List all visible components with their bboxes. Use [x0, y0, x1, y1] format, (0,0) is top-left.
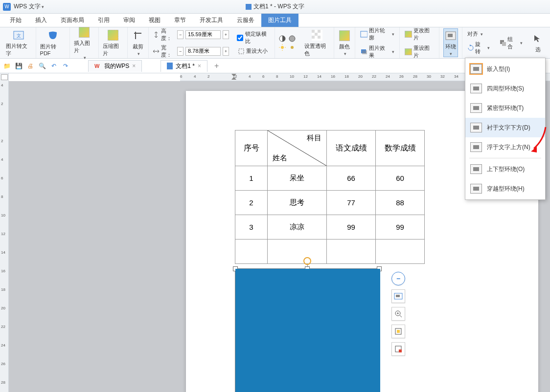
wrap-option-4[interactable]: 浮于文字上方(N) [465, 137, 545, 157]
align-button[interactable]: 对齐 [466, 30, 484, 38]
menu-tab-6[interactable]: 章节 [167, 14, 193, 27]
reset-image-button[interactable]: 重设图片 [404, 44, 435, 60]
width-decrease[interactable]: − [177, 47, 183, 56]
wrap-option-2[interactable]: 紧密型环绕(T) [465, 98, 545, 118]
empty-cell[interactable] [327, 240, 376, 264]
table-cell[interactable]: 77 [327, 191, 376, 215]
wrap-button[interactable]: 环绕 [443, 28, 458, 57]
wrap-option-5[interactable]: 上下型环绕(O) [465, 159, 545, 179]
menu-tab-7[interactable]: 开发工具 [193, 14, 230, 27]
rotate-button[interactable]: 旋转 [466, 40, 491, 56]
menu-tab-5[interactable]: 视图 [142, 14, 167, 27]
table-cell[interactable]: 88 [376, 191, 425, 215]
app-title[interactable]: WPS 文字 [14, 2, 44, 11]
redo-icon[interactable]: ↷ [62, 62, 69, 70]
header-diagonal[interactable]: 科目 姓名 [268, 131, 327, 166]
empty-cell[interactable] [268, 240, 327, 264]
menu-tab-4[interactable]: 审阅 [116, 14, 142, 27]
brightness-down-icon[interactable] [289, 44, 297, 51]
table-cell[interactable]: 66 [327, 166, 376, 191]
ruler-tick: 24 [1, 343, 5, 348]
new-tab-button[interactable]: + [214, 62, 219, 70]
img-to-pdf-button[interactable]: 图片转PDF [40, 29, 66, 56]
compress-image-button[interactable]: 压缩图片 [103, 29, 123, 57]
reset-size-button[interactable]: 重设大小 [237, 47, 269, 55]
close-icon[interactable]: × [198, 63, 201, 69]
menu-tab-1[interactable]: 插入 [28, 14, 54, 27]
layout-button[interactable] [391, 289, 405, 303]
menu-tab-9[interactable]: 图片工具 [261, 14, 298, 27]
image-icon [405, 48, 412, 55]
wrap-option-label: 浮于文字上方(N) [487, 143, 530, 152]
zoom-button[interactable] [391, 307, 405, 321]
change-image-button[interactable]: 更改图片 [404, 26, 435, 42]
document-table[interactable]: 序号 科目 姓名 语文成绩 数学成绩 1呆坐66602思考77883凉凉9999 [235, 130, 425, 264]
preview-icon[interactable]: 🔍 [38, 62, 46, 70]
image-icon [405, 31, 412, 38]
wrap-option-label: 上下型环绕(O) [487, 165, 525, 174]
wrap-option-3[interactable]: 衬于文字下方(D) [465, 118, 545, 137]
table-cell[interactable]: 99 [327, 215, 376, 240]
undo-icon[interactable]: ↶ [50, 62, 58, 70]
img-to-text-button[interactable]: 文 图片转文字 [6, 29, 32, 57]
rotate-handle[interactable] [303, 257, 311, 265]
label: 重设大小 [246, 47, 268, 55]
print-icon[interactable]: 🖨 [26, 62, 34, 70]
width-increase[interactable]: + [223, 47, 229, 56]
vertical-ruler[interactable]: 42246810121416182022242628 [0, 73, 9, 392]
outline-button[interactable]: 图片轮廓 [359, 26, 395, 42]
header-col2[interactable]: 语文成绩 [327, 131, 376, 166]
table-cell[interactable]: 凉凉 [268, 215, 327, 240]
wps-home-tab[interactable]: W 我的WPS × [88, 60, 142, 72]
table-cell[interactable]: 呆坐 [268, 166, 327, 191]
set-transparent-button[interactable]: 设置透明色 [304, 29, 330, 57]
document-title: 文档1 * - WPS 文字 [246, 2, 304, 11]
menu-tab-3[interactable]: 引用 [91, 14, 116, 27]
image-icon [79, 27, 90, 38]
menu-tab-2[interactable]: 页面布局 [54, 14, 91, 27]
color-button[interactable]: 颜色 [338, 29, 351, 56]
brightness-icon[interactable] [279, 44, 287, 51]
ruler-tick: 28 [413, 74, 417, 79]
save-icon[interactable]: 💾 [15, 62, 23, 70]
select-button[interactable]: 选 [531, 32, 544, 53]
ruler-tick: 2 [207, 74, 209, 79]
height-input[interactable] [185, 30, 221, 39]
empty-cell[interactable] [235, 240, 268, 264]
header-seq[interactable]: 序号 [235, 131, 268, 166]
effect-button[interactable]: 图片效果 [359, 44, 395, 60]
lock-ratio-checkbox[interactable] [237, 35, 243, 41]
table-cell[interactable]: 思考 [268, 191, 327, 215]
table-cell[interactable]: 1 [235, 166, 268, 191]
table-cell[interactable]: 60 [376, 166, 425, 191]
height-increase[interactable]: + [223, 30, 229, 39]
document-tab[interactable]: 文档1 * × [160, 60, 207, 72]
collapse-button[interactable]: − [391, 272, 405, 285]
insert-image-button[interactable]: 插入图片 [74, 26, 94, 60]
height-decrease[interactable]: − [177, 30, 183, 39]
contrast-icon[interactable] [279, 35, 287, 42]
menu-tab-0[interactable]: 开始 [3, 14, 28, 27]
width-input[interactable] [185, 47, 221, 56]
contrast-down-icon[interactable] [289, 35, 297, 42]
wrap-option-0[interactable]: 嵌入型(I) [465, 59, 545, 79]
close-icon[interactable]: × [132, 63, 136, 69]
open-icon[interactable]: 📁 [3, 62, 11, 70]
menu-tab-8[interactable]: 云服务 [230, 14, 261, 27]
header-col3[interactable]: 数学成绩 [376, 131, 425, 166]
wrap-option-6[interactable]: 穿越型环绕(H) [465, 179, 545, 198]
svg-rect-21 [448, 34, 453, 37]
svg-rect-35 [396, 295, 400, 297]
crop-button[interactable]: 裁剪 [132, 29, 144, 56]
table-cell[interactable]: 3 [235, 215, 268, 240]
wrap-option-1[interactable]: 四周型环绕(S) [465, 79, 545, 98]
combine-button[interactable]: 组合 [499, 35, 524, 51]
ruler-tick: 18 [344, 74, 349, 79]
table-cell[interactable]: 99 [376, 215, 425, 240]
table-cell[interactable]: 2 [235, 191, 268, 215]
empty-cell[interactable] [376, 240, 425, 264]
selected-image[interactable] [235, 268, 380, 392]
doc-icon [167, 63, 173, 69]
crop-float-button[interactable] [391, 325, 405, 338]
reset-float-button[interactable] [391, 342, 405, 356]
